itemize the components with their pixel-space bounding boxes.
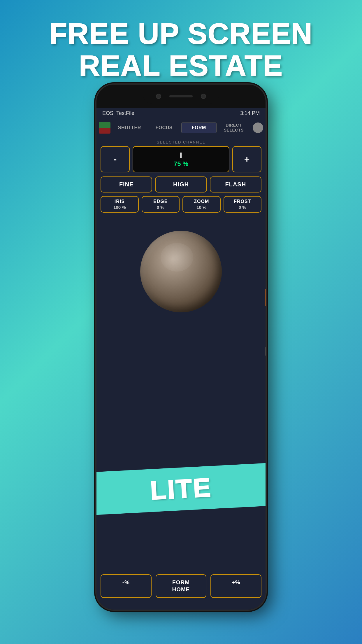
record-button[interactable] [253,123,263,133]
lite-label: LITE [150,473,212,506]
selected-channel-label: SELECTED CHANNEL [101,140,261,144]
nav-tabs: SHUTTER FOCUS FORM DIRECTSELECTS [96,119,266,137]
control-knob[interactable] [140,231,222,312]
phone-screen: EOS_TestFile 3:14 PM SHUTTER FOCUS FORM … [96,108,266,610]
fine-button[interactable]: FINE [101,176,152,192]
frost-value: 0 % [225,205,260,210]
header-text: FREE UP SCREEN REAL ESTATE [0,18,362,82]
bottom-buttons: -% FORMHOME +% [101,574,261,598]
main-content: SELECTED CHANNEL - I 75 % + FINE HIGH FL… [96,137,266,330]
header-line2: REAL ESTATE [0,50,362,82]
tab-direct-selects[interactable]: DIRECTSELECTS [217,120,251,135]
edge-value: 0 % [143,205,178,210]
speaker-icon [169,95,193,97]
tab-focus[interactable]: FOCUS [147,123,182,133]
zoom-value: 10 % [184,205,219,210]
button-row-1: FINE HIGH FLASH [101,176,261,192]
frost-label: FROST [225,199,260,204]
status-bar: EOS_TestFile 3:14 PM [96,108,266,119]
channel-number: I [180,151,182,160]
iris-value: 100 % [102,205,137,210]
button-row-2: IRIS 100 % EDGE 0 % ZOOM 10 % FROST 0 % [101,196,261,213]
color-bottom [99,128,110,134]
zoom-label: ZOOM [184,199,219,204]
color-indicator [99,122,110,134]
minus-percent-button[interactable]: -% [101,574,152,598]
edge-button[interactable]: EDGE 0 % [142,196,180,213]
zoom-button[interactable]: ZOOM 10 % [182,196,221,213]
status-time: 3:14 PM [240,110,260,116]
notch-cutout [143,89,219,104]
iris-label: IRIS [102,199,137,204]
header-line1: FREE UP SCREEN [0,18,362,50]
plus-percent-button[interactable]: +% [210,574,261,598]
app-title: EOS_TestFile [102,110,134,116]
plus-button[interactable]: + [232,146,261,172]
form-home-button[interactable]: FORMHOME [156,574,207,598]
channel-display: - I 75 % + [101,146,261,172]
iris-button[interactable]: IRIS 100 % [101,196,139,213]
edge-label: EDGE [143,199,178,204]
phone-body: EOS_TestFile 3:14 PM SHUTTER FOCUS FORM … [96,85,266,610]
knob-area [101,216,261,327]
high-button[interactable]: HIGH [155,176,207,192]
frost-button[interactable]: FROST 0 % [224,196,262,213]
minus-button[interactable]: - [101,146,130,172]
front-sensor-icon [201,94,206,99]
channel-percent: 75 % [174,160,188,168]
color-top [99,122,110,128]
tab-form[interactable]: FORM [181,123,217,133]
flash-button[interactable]: FLASH [210,176,261,192]
phone-wrapper: EOS_TestFile 3:14 PM SHUTTER FOCUS FORM … [96,85,266,610]
channel-box: I 75 % [133,146,229,172]
tab-shutter[interactable]: SHUTTER [112,123,147,133]
lite-banner: LITE [96,463,266,515]
side-button-gray[interactable] [265,347,266,356]
phone-notch [96,85,266,108]
side-button-orange[interactable] [265,289,266,306]
front-camera-icon [156,94,161,99]
